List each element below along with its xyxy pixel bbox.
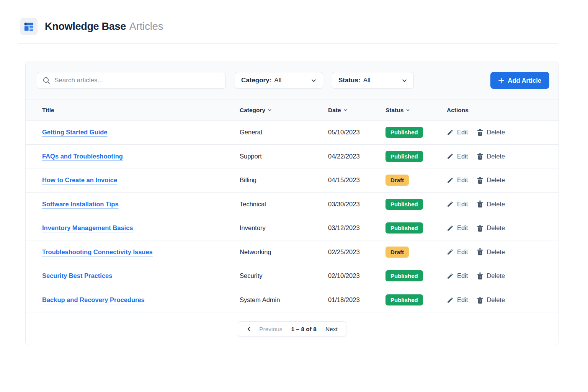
delete-button[interactable]: Delete [477,153,505,160]
previous-button[interactable]: Previous [247,326,282,333]
filter-bar: Category: All Status: All Add Article [26,61,559,100]
chevron-down-icon [402,78,407,83]
pencil-icon [447,201,454,207]
category-cell: General [240,129,328,136]
pencil-icon [447,153,454,160]
content-card: Category: All Status: All Add Article Ti… [25,61,559,346]
category-filter-value: All [274,77,281,84]
trash-icon [477,248,483,255]
trash-icon [477,129,483,136]
add-article-label: Add Article [508,77,541,84]
edit-label: Edit [457,272,468,279]
table-row: Troubleshooting Connectivity Issues Netw… [26,240,559,265]
table-row: How to Create an Invoice Billing 04/15/2… [26,168,559,193]
date-cell: 04/15/2023 [328,176,385,184]
column-header-date[interactable]: Date [328,107,385,114]
trash-icon [477,273,483,279]
delete-button[interactable]: Delete [477,129,505,136]
pencil-icon [447,129,454,136]
newspaper-icon [24,21,34,32]
delete-button[interactable]: Delete [477,248,505,256]
edit-label: Edit [457,176,468,184]
category-cell: Support [240,153,328,160]
article-link[interactable]: FAQs and Troubleshooting [42,153,123,160]
date-cell: 01/18/2023 [328,296,385,304]
trash-icon [477,177,483,184]
table-row: Backup and Recovery Procedures System Ad… [26,288,559,312]
column-header-category[interactable]: Category [240,107,328,114]
trash-icon [477,225,483,232]
chevron-left-icon [247,327,252,332]
next-button[interactable]: Next [325,326,338,333]
status-badge: Published [385,151,423,162]
app-logo [20,18,38,35]
category-filter[interactable]: Category: All [235,72,323,89]
pencil-icon [447,177,454,184]
edit-button[interactable]: Edit [447,153,468,160]
pagination: Previous 1 – 8 of 8 Next [238,321,346,337]
delete-label: Delete [487,224,505,232]
delete-button[interactable]: Delete [477,201,505,208]
delete-button[interactable]: Delete [477,272,505,279]
article-link[interactable]: Getting Started Guide [42,129,108,136]
article-link[interactable]: Troubleshooting Connectivity Issues [42,248,153,255]
sort-chevron-icon [343,108,348,112]
article-link[interactable]: Security Best Practices [42,272,112,279]
table-body: Getting Started Guide General 05/10/2023… [26,121,559,312]
date-cell: 02/10/2023 [328,272,385,279]
table-row: Software Installation Tips Technical 03/… [26,193,559,217]
search-input[interactable] [54,77,220,84]
status-badge: Published [385,127,423,138]
previous-label: Previous [259,326,282,333]
page-range: 1 – 8 of 8 [291,326,317,333]
date-cell: 02/25/2023 [328,248,385,256]
table-row: FAQs and Troubleshooting Support 04/22/2… [26,145,559,169]
table-footer: Previous 1 – 8 of 8 Next [26,312,559,346]
article-link[interactable]: How to Create an Invoice [42,176,117,183]
next-label: Next [325,326,338,332]
table-row: Security Best Practices Security 02/10/2… [26,264,559,288]
article-link[interactable]: Inventory Management Basics [42,224,133,231]
category-filter-label: Category: [241,77,271,84]
edit-button[interactable]: Edit [447,201,468,208]
edit-label: Edit [457,224,468,232]
delete-button[interactable]: Delete [477,296,505,304]
edit-button[interactable]: Edit [447,176,468,184]
edit-button[interactable]: Edit [447,272,468,279]
status-badge: Published [385,222,423,234]
page-header: Knowledge Base Articles [20,18,558,35]
category-cell: Inventory [240,224,328,232]
status-filter[interactable]: Status: All [332,72,414,89]
edit-button[interactable]: Edit [447,129,468,136]
delete-label: Delete [487,296,505,304]
pencil-icon [447,225,454,232]
status-badge: Published [385,270,423,281]
search-box [37,72,226,89]
pencil-icon [447,297,454,304]
chevron-down-icon [311,78,317,83]
table-row: Inventory Management Basics Inventory 03… [26,216,559,240]
add-article-button[interactable]: Add Article [490,72,549,89]
edit-button[interactable]: Edit [447,248,468,256]
edit-label: Edit [457,129,468,136]
edit-button[interactable]: Edit [447,224,468,232]
delete-label: Delete [487,153,505,160]
date-cell: 05/10/2023 [328,129,385,136]
trash-icon [477,201,483,207]
status-badge: Draft [385,247,409,258]
status-filter-value: All [363,77,371,84]
plus-icon [498,78,504,83]
delete-button[interactable]: Delete [477,176,505,184]
sort-chevron-icon [268,108,272,112]
article-link[interactable]: Software Installation Tips [42,201,119,207]
article-link[interactable]: Backup and Recovery Procedures [42,296,145,303]
trash-icon [477,297,483,304]
category-cell: Billing [240,176,328,184]
edit-button[interactable]: Edit [447,296,468,304]
delete-label: Delete [487,129,505,136]
delete-label: Delete [487,201,505,208]
sort-chevron-icon [406,108,410,112]
delete-button[interactable]: Delete [477,224,505,232]
edit-label: Edit [457,296,468,304]
column-header-status[interactable]: Status [385,107,447,114]
